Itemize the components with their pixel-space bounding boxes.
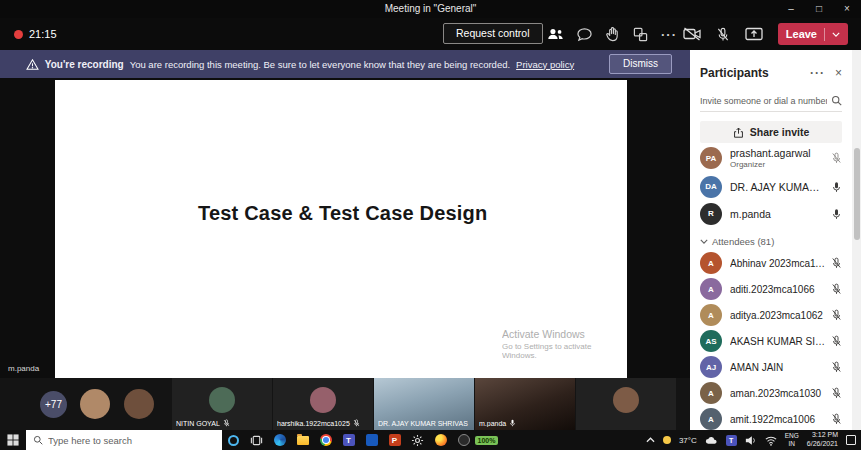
search-icon[interactable] <box>831 95 842 106</box>
mic-off-icon[interactable] <box>831 361 842 373</box>
scrollbar-thumb[interactable] <box>854 148 860 240</box>
avatar: R <box>700 203 722 225</box>
participant-row[interactable]: AJ AMAN JAIN <box>690 354 852 380</box>
toolbar-call-controls: Leave <box>683 18 848 50</box>
avatar: AJ <box>700 356 722 378</box>
shared-screen-stage: Test Case & Test Case Design Activate Wi… <box>0 78 690 378</box>
action-center-icon[interactable] <box>846 435 856 445</box>
dismiss-button[interactable]: Dismiss <box>609 54 672 74</box>
participants-icon[interactable] <box>547 27 564 41</box>
share-invite-button[interactable]: Share invite <box>700 121 842 143</box>
invite-search-input[interactable] <box>700 96 827 106</box>
panel-close-icon[interactable]: × <box>835 66 842 80</box>
participant-avatar[interactable] <box>80 389 110 419</box>
overflow-participants-badge[interactable]: +77 <box>40 391 67 418</box>
close-window-button[interactable]: × <box>833 0 861 18</box>
participant-name: AMAN JAIN <box>730 362 827 373</box>
powerpoint-icon[interactable]: P <box>383 430 406 450</box>
search-icon <box>33 435 43 445</box>
battery-status-badge[interactable]: 100% <box>475 430 498 450</box>
video-tile[interactable]: NITIN GOYAL <box>172 378 272 430</box>
teams-tray-icon[interactable]: T <box>726 435 737 446</box>
participant-name: aman.2023mca1030 <box>730 388 827 399</box>
window-title: Meeting in "General" <box>0 0 861 18</box>
start-button[interactable] <box>0 430 26 450</box>
video-tiles: NITIN GOYAL harshika.1922mca1025 DR. AJA… <box>172 378 677 430</box>
participant-avatar[interactable] <box>124 389 154 419</box>
cortana-icon[interactable] <box>222 430 245 450</box>
avatar <box>310 387 336 413</box>
camera-off-icon[interactable] <box>683 27 701 41</box>
chrome-icon[interactable] <box>314 430 337 450</box>
show-hidden-icons-caret[interactable] <box>646 437 655 443</box>
mic-icon[interactable] <box>831 208 842 220</box>
teams-icon[interactable]: T <box>337 430 360 450</box>
mic-off-icon[interactable] <box>831 335 842 347</box>
chat-icon[interactable] <box>577 27 592 42</box>
settings-icon[interactable] <box>406 430 429 450</box>
weather-icon[interactable] <box>663 436 671 444</box>
request-control-button[interactable]: Request control <box>443 23 543 44</box>
windows-taskbar: T P 100% 37°C T ENG IN 3:12 PM 6/26/2021 <box>0 430 861 450</box>
mic-off-icon[interactable] <box>831 152 842 164</box>
participants-panel: Participants ··· × Share invite PA prash… <box>690 50 852 430</box>
maximize-button[interactable]: □ <box>805 0 833 18</box>
video-tile[interactable]: DR. AJAY KUMAR SHRIVAS <box>374 378 474 430</box>
participant-row[interactable]: A Abhinav 2023mca1137 <box>690 250 852 276</box>
mic-off-icon[interactable] <box>831 283 842 295</box>
invite-search <box>700 90 842 112</box>
participant-row[interactable]: A aditi.2023mca1066 <box>690 276 852 302</box>
share-screen-icon[interactable] <box>745 27 763 41</box>
video-tile[interactable]: harshika.1922mca1025 <box>273 378 373 430</box>
participant-row[interactable]: A aman.2023mca1030 <box>690 380 852 406</box>
participant-name: DR. AJAY KUMAR SHRIVASTA <box>730 181 827 193</box>
onedrive-cloud-icon[interactable] <box>705 436 718 445</box>
participant-row[interactable]: DA DR. AJAY KUMAR SHRIVASTA <box>690 173 852 200</box>
minimize-button[interactable]: – <box>777 0 805 18</box>
more-actions-icon[interactable]: ··· <box>661 27 677 42</box>
edge-icon[interactable] <box>268 430 291 450</box>
breakout-rooms-icon[interactable] <box>633 27 648 42</box>
leave-button[interactable]: Leave <box>778 23 848 45</box>
mic-off-icon[interactable] <box>831 387 842 399</box>
task-view-icon[interactable] <box>245 430 268 450</box>
recording-banner: You're recording You are recording this … <box>0 50 690 78</box>
panel-more-icon[interactable]: ··· <box>810 66 825 80</box>
app-icon[interactable] <box>452 430 475 450</box>
panel-title: Participants <box>700 66 810 80</box>
network-icon[interactable] <box>765 435 777 446</box>
mic-off-icon[interactable] <box>831 413 842 425</box>
participant-row[interactable]: A aditya.2023mca1062 <box>690 302 852 328</box>
mic-off-icon[interactable] <box>831 257 842 269</box>
participant-name: m.panda <box>730 208 827 220</box>
video-tile[interactable] <box>576 378 676 430</box>
mic-icon[interactable] <box>831 181 842 193</box>
firefox-icon[interactable] <box>429 430 452 450</box>
leave-divider <box>824 28 825 41</box>
weather-temperature[interactable]: 37°C <box>679 436 697 445</box>
taskbar-search-input[interactable] <box>48 435 215 446</box>
participant-row[interactable]: PA prashant.agarwal Organizer <box>690 143 852 173</box>
privacy-policy-link[interactable]: Privacy policy <box>516 59 574 70</box>
volume-icon[interactable] <box>745 435 757 446</box>
participant-row[interactable]: AS AKASH KUMAR SINGH <box>690 328 852 354</box>
video-tile[interactable]: m.panda <box>475 378 575 430</box>
participant-row[interactable]: R m.panda <box>690 200 852 227</box>
raise-hand-icon[interactable] <box>605 27 620 42</box>
attendees-list: A Abhinav 2023mca1137 A aditi.2023mca106… <box>690 250 852 430</box>
avatar: A <box>700 408 722 430</box>
leave-label: Leave <box>786 28 817 40</box>
file-explorer-icon[interactable] <box>291 430 314 450</box>
mic-icon <box>509 419 516 427</box>
participant-row[interactable]: A amit.1922mca1006 <box>690 406 852 430</box>
scrollbar-track[interactable] <box>852 50 861 430</box>
meeting-toolbar: 21:15 Request control ··· Leave <box>0 18 861 50</box>
mic-off-icon[interactable] <box>831 309 842 321</box>
attendees-section-header[interactable]: Attendees (81) <box>700 236 842 247</box>
language-indicator[interactable]: ENG IN <box>785 432 799 448</box>
mic-off-icon <box>353 419 360 427</box>
leave-chevron-down-icon[interactable] <box>832 32 840 37</box>
mic-off-icon[interactable] <box>716 27 730 42</box>
taskbar-clock[interactable]: 3:12 PM 6/26/2021 <box>807 431 838 449</box>
office-app-icon[interactable] <box>360 430 383 450</box>
